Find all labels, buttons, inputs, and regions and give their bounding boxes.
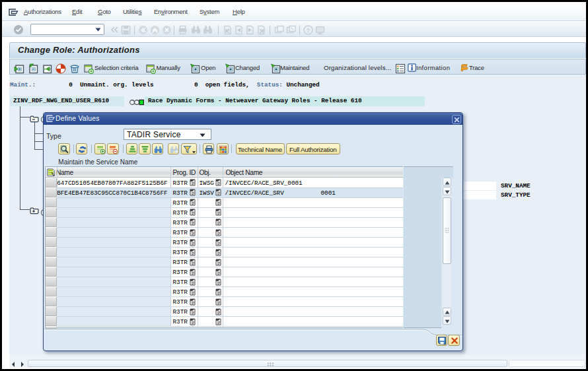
svg-text:?: ? [307,27,311,34]
